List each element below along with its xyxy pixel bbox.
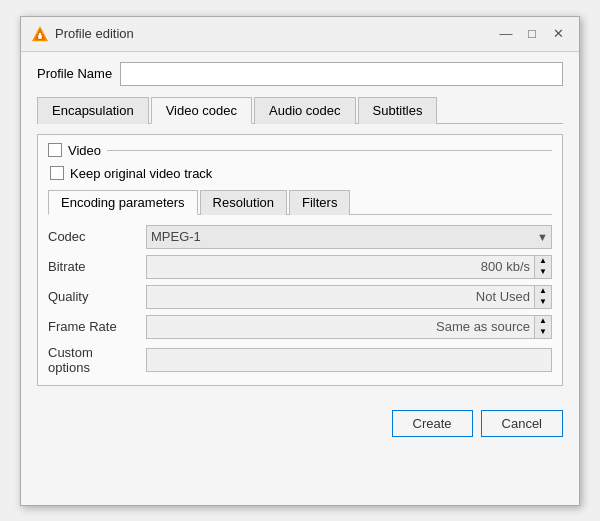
video-section-box: Video Keep original video track Encoding… [37, 134, 563, 386]
window-controls: — □ ✕ [495, 23, 569, 45]
codec-select-wrapper: MPEG-1 ▼ [146, 225, 552, 249]
sub-tab-encoding[interactable]: Encoding parameters [48, 190, 198, 215]
quality-label: Quality [48, 289, 138, 304]
custom-options-input[interactable] [146, 348, 552, 372]
quality-spinner-buttons: ▲ ▼ [535, 285, 552, 309]
video-section-label: Video [68, 143, 101, 158]
main-window: Profile edition — □ ✕ Profile Name Encap… [20, 16, 580, 506]
codec-label: Codec [48, 229, 138, 244]
bitrate-down-button[interactable]: ▼ [535, 267, 551, 278]
tab-encapsulation[interactable]: Encapsulation [37, 97, 149, 124]
keep-original-checkbox[interactable] [50, 166, 64, 180]
bitrate-up-button[interactable]: ▲ [535, 256, 551, 267]
bitrate-label: Bitrate [48, 259, 138, 274]
maximize-button[interactable]: □ [521, 23, 543, 45]
dialog-content: Profile Name Encapsulation Video codec A… [21, 52, 579, 398]
cancel-button[interactable]: Cancel [481, 410, 563, 437]
close-button[interactable]: ✕ [547, 23, 569, 45]
quality-down-button[interactable]: ▼ [535, 297, 551, 308]
frame-rate-label: Frame Rate [48, 319, 138, 334]
vlc-logo-icon [31, 25, 49, 43]
sub-tab-filters[interactable]: Filters [289, 190, 350, 215]
frame-rate-input[interactable] [146, 315, 535, 339]
keep-original-label: Keep original video track [70, 166, 212, 181]
keep-original-row: Keep original video track [48, 166, 552, 181]
profile-name-input[interactable] [120, 62, 563, 86]
tab-video-codec[interactable]: Video codec [151, 97, 252, 124]
custom-options-label: Custom options [48, 345, 138, 375]
quality-input[interactable] [146, 285, 535, 309]
sub-tab-resolution[interactable]: Resolution [200, 190, 287, 215]
minimize-button[interactable]: — [495, 23, 517, 45]
video-section-header: Video [48, 143, 552, 158]
window-title: Profile edition [55, 26, 489, 41]
bitrate-spinner: ▲ ▼ [146, 255, 552, 279]
tab-audio-codec[interactable]: Audio codec [254, 97, 356, 124]
frame-rate-spinner: ▲ ▼ [146, 315, 552, 339]
title-bar: Profile edition — □ ✕ [21, 17, 579, 52]
tab-subtitles[interactable]: Subtitles [358, 97, 438, 124]
codec-select[interactable]: MPEG-1 [146, 225, 552, 249]
encoding-form: Codec MPEG-1 ▼ Bitrate ▲ ▼ [48, 225, 552, 375]
svg-rect-3 [39, 33, 41, 36]
video-divider-line [107, 150, 552, 151]
profile-name-row: Profile Name [37, 62, 563, 86]
frame-rate-down-button[interactable]: ▼ [535, 327, 551, 338]
quality-up-button[interactable]: ▲ [535, 286, 551, 297]
sub-tabs: Encoding parameters Resolution Filters [48, 189, 552, 215]
quality-spinner: ▲ ▼ [146, 285, 552, 309]
create-button[interactable]: Create [392, 410, 473, 437]
main-tabs: Encapsulation Video codec Audio codec Su… [37, 96, 563, 124]
frame-rate-up-button[interactable]: ▲ [535, 316, 551, 327]
footer-row: Create Cancel [21, 398, 579, 449]
bitrate-input[interactable] [146, 255, 535, 279]
profile-name-label: Profile Name [37, 66, 112, 81]
bitrate-spinner-buttons: ▲ ▼ [535, 255, 552, 279]
video-checkbox[interactable] [48, 143, 62, 157]
frame-rate-spinner-buttons: ▲ ▼ [535, 315, 552, 339]
